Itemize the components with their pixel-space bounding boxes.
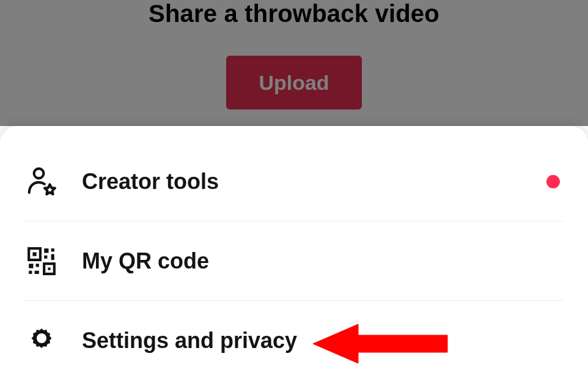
svg-rect-3: [44, 248, 48, 253]
svg-rect-6: [51, 254, 54, 259]
svg-rect-12: [48, 267, 50, 270]
creator-tools-icon: [24, 165, 59, 199]
menu-item-creator-tools[interactable]: Creator tools: [24, 142, 564, 221]
modal-backdrop-overlay: [0, 0, 588, 126]
svg-point-0: [34, 168, 44, 178]
svg-rect-7: [29, 264, 33, 268]
svg-rect-9: [29, 270, 32, 273]
gear-icon: [24, 324, 59, 358]
menu-label: My QR code: [82, 248, 564, 274]
svg-rect-5: [44, 255, 47, 258]
action-sheet: Creator tools My QR code: [0, 126, 588, 367]
svg-point-13: [37, 333, 46, 343]
notification-dot: [546, 175, 560, 188]
svg-rect-2: [32, 252, 36, 256]
svg-rect-8: [36, 264, 39, 267]
qr-code-icon: [24, 244, 59, 278]
svg-rect-10: [35, 270, 39, 273]
menu-label: Creator tools: [82, 169, 546, 195]
svg-rect-4: [51, 248, 54, 251]
menu-label: Settings and privacy: [82, 328, 564, 354]
menu-item-settings-privacy[interactable]: Settings and privacy: [24, 301, 564, 367]
menu-item-qr-code[interactable]: My QR code: [24, 221, 564, 301]
